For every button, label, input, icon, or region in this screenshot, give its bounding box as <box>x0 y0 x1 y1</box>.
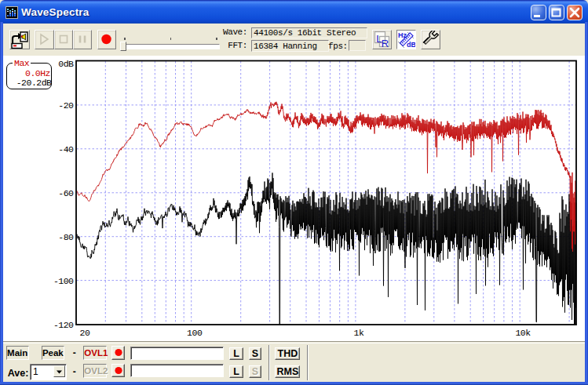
svg-text:Hz: Hz <box>398 31 407 39</box>
svg-text:dB: dB <box>407 41 415 48</box>
svg-text:R: R <box>382 38 389 49</box>
